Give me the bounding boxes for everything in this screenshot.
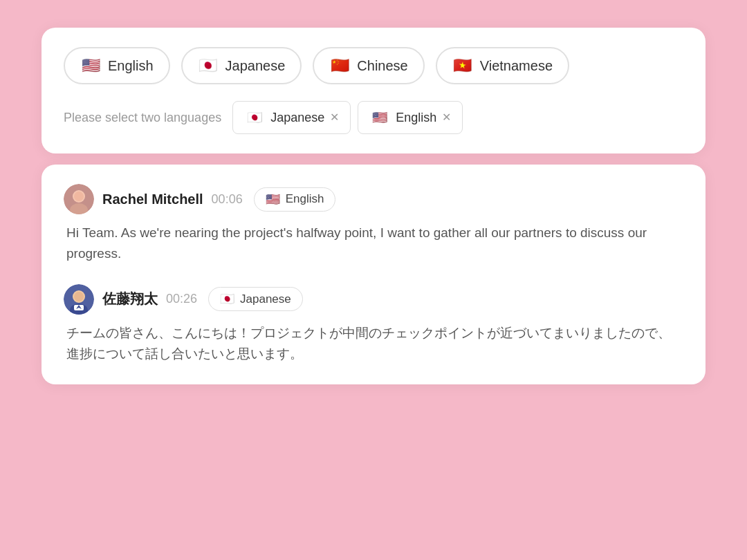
tag-english-remove[interactable]: ✕	[442, 112, 451, 123]
language-buttons-row: 🇺🇸 English 🇯🇵 Japanese 🇨🇳 Chinese 🇻🇳 Vie…	[64, 47, 683, 84]
rachel-message-text: Hi Team. As we're nearing the project's …	[64, 223, 683, 265]
avatar-sato	[64, 284, 94, 315]
message-block-rachel: Rachel Mitchell 00:06 🇺🇸 English Hi Team…	[64, 184, 683, 265]
tag-japanese-label: Japanese	[270, 111, 324, 125]
vietnamese-label: Vietnamese	[480, 58, 553, 74]
chinese-flag: 🇨🇳	[329, 55, 350, 76]
tag-english-flag: 🇺🇸	[369, 107, 390, 128]
vietnamese-flag: 🇻🇳	[452, 55, 473, 76]
japanese-label: Japanese	[225, 58, 286, 74]
rachel-name: Rachel Mitchell	[102, 192, 203, 207]
rachel-lang-label: English	[286, 192, 324, 206]
lang-button-japanese[interactable]: 🇯🇵 Japanese	[181, 47, 302, 84]
svg-point-3	[74, 192, 84, 201]
message-header-rachel: Rachel Mitchell 00:06 🇺🇸 English	[64, 184, 683, 214]
tag-japanese-flag: 🇯🇵	[244, 107, 265, 128]
english-label: English	[108, 58, 154, 74]
message-block-sato: 佐藤翔太 00:26 🇯🇵 Japanese チームの皆さん、こんにちは！プロジ…	[64, 284, 683, 365]
rachel-lang-flag: 🇺🇸	[266, 192, 280, 207]
sato-lang-label: Japanese	[240, 292, 291, 306]
japanese-flag: 🇯🇵	[198, 55, 219, 76]
language-selector-card: 🇺🇸 English 🇯🇵 Japanese 🇨🇳 Chinese 🇻🇳 Vie…	[42, 28, 706, 153]
tag-english[interactable]: 🇺🇸 English ✕	[358, 101, 463, 134]
english-flag: 🇺🇸	[80, 55, 101, 76]
selected-tags-container: 🇯🇵 Japanese ✕ 🇺🇸 English ✕	[232, 101, 463, 134]
chinese-label: Chinese	[357, 58, 407, 74]
chat-card: Rachel Mitchell 00:06 🇺🇸 English Hi Team…	[42, 165, 706, 384]
message-header-sato: 佐藤翔太 00:26 🇯🇵 Japanese	[64, 284, 683, 315]
select-placeholder: Please select two languages	[64, 111, 221, 125]
sato-message-text: チームの皆さん、こんにちは！プロジェクトが中間のチェックポイントが近づいてまいり…	[64, 323, 683, 365]
tag-japanese[interactable]: 🇯🇵 Japanese ✕	[232, 101, 351, 134]
sato-timestamp: 00:26	[166, 292, 197, 306]
selection-row: Please select two languages 🇯🇵 Japanese …	[64, 101, 683, 134]
sato-lang-badge: 🇯🇵 Japanese	[208, 287, 303, 311]
svg-point-7	[74, 292, 84, 301]
rachel-timestamp: 00:06	[212, 192, 243, 207]
rachel-lang-badge: 🇺🇸 English	[254, 187, 336, 212]
sato-lang-flag: 🇯🇵	[220, 292, 234, 306]
lang-button-english[interactable]: 🇺🇸 English	[64, 47, 170, 84]
lang-button-vietnamese[interactable]: 🇻🇳 Vietnamese	[436, 47, 569, 84]
tag-english-label: English	[396, 111, 436, 125]
tag-japanese-remove[interactable]: ✕	[330, 112, 339, 123]
lang-button-chinese[interactable]: 🇨🇳 Chinese	[313, 47, 424, 84]
avatar-rachel	[64, 184, 94, 214]
sato-name: 佐藤翔太	[102, 290, 158, 308]
